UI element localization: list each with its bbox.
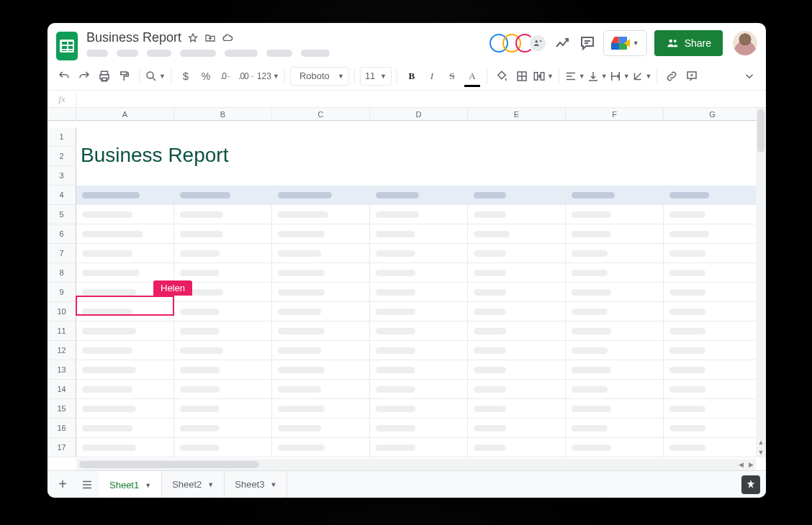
percent-button[interactable]: % [197, 67, 215, 86]
cell[interactable] [174, 302, 272, 321]
cell[interactable] [468, 244, 566, 263]
cell[interactable] [76, 399, 174, 419]
cell[interactable] [76, 341, 174, 360]
cell[interactable] [664, 283, 762, 302]
insert-comment-button[interactable] [682, 67, 701, 86]
toolbar-more-icon[interactable] [740, 67, 759, 86]
row-header[interactable]: 11 [48, 321, 76, 341]
cell[interactable] [468, 283, 566, 302]
meet-button[interactable]: ▼ [603, 30, 647, 56]
cell[interactable] [566, 263, 664, 283]
cell[interactable] [664, 224, 762, 244]
text-rotation-button[interactable]: ▼ [631, 67, 652, 86]
cell[interactable] [174, 263, 272, 283]
cell[interactable] [272, 302, 370, 321]
row-header[interactable]: 4 [48, 186, 76, 205]
redo-button[interactable] [75, 67, 94, 86]
cell[interactable] [664, 147, 762, 166]
undo-button[interactable] [55, 67, 73, 86]
row-header[interactable]: 16 [48, 419, 76, 438]
cell[interactable] [370, 321, 468, 341]
cell[interactable] [566, 224, 664, 244]
cell[interactable] [664, 263, 762, 283]
print-button[interactable] [95, 67, 114, 86]
vertical-align-button[interactable]: ▼ [587, 67, 608, 86]
cell[interactable] [174, 244, 272, 263]
cell[interactable] [468, 147, 566, 166]
chevron-down-icon[interactable]: ▼ [270, 481, 276, 488]
cell[interactable] [174, 360, 272, 380]
cell[interactable] [272, 283, 370, 302]
cell[interactable] [76, 380, 174, 399]
cell[interactable] [566, 360, 664, 380]
move-folder-icon[interactable] [204, 32, 216, 44]
cell[interactable] [370, 186, 468, 205]
cell[interactable] [664, 244, 762, 263]
column-header[interactable]: G [664, 108, 762, 121]
cell[interactable] [664, 341, 762, 360]
number-format-dropdown[interactable]: 123▼ [257, 67, 279, 86]
cell[interactable] [664, 399, 762, 419]
cell[interactable] [566, 380, 664, 399]
collaborator-avatars[interactable] [490, 34, 547, 52]
row-header[interactable]: 9 [48, 283, 76, 302]
cell[interactable] [272, 399, 370, 419]
cell[interactable] [272, 380, 370, 399]
activity-trend-icon[interactable] [554, 35, 572, 52]
cell[interactable] [370, 380, 468, 399]
cell[interactable] [76, 438, 174, 457]
cell[interactable] [468, 263, 566, 283]
text-wrap-button[interactable]: ▼ [609, 67, 630, 86]
decrease-decimal-button[interactable]: .0← [217, 67, 235, 86]
paint-format-button[interactable] [115, 67, 134, 86]
column-header[interactable]: F [566, 108, 664, 121]
zoom-dropdown[interactable]: ▼ [145, 67, 166, 86]
cell[interactable] [370, 419, 468, 438]
document-title[interactable]: Business Report [86, 30, 181, 45]
cell[interactable] [468, 127, 566, 147]
row-header[interactable]: 10 [48, 302, 76, 321]
cell[interactable] [76, 360, 174, 380]
cell[interactable] [272, 321, 370, 341]
cell[interactable] [76, 263, 174, 283]
comments-icon[interactable] [579, 35, 596, 52]
chevron-down-icon[interactable]: ▼ [145, 482, 151, 489]
row-header[interactable]: 12 [48, 341, 76, 360]
cell[interactable] [664, 205, 762, 224]
row-header[interactable]: 7 [48, 244, 76, 263]
column-header[interactable]: B [174, 108, 272, 121]
text-color-button[interactable]: A [463, 67, 482, 86]
cell[interactable] [664, 186, 762, 205]
merge-cells-button[interactable]: ▼ [533, 67, 554, 86]
menu-bar[interactable] [86, 50, 481, 60]
cell[interactable] [272, 438, 370, 457]
cell[interactable] [272, 341, 370, 360]
cell[interactable] [174, 380, 272, 399]
cell[interactable] [566, 127, 664, 147]
row-header[interactable]: 8 [48, 263, 76, 283]
cell[interactable] [468, 205, 566, 224]
column-header[interactable]: D [370, 108, 468, 121]
cell[interactable] [566, 399, 664, 419]
chevron-down-icon[interactable]: ▼ [207, 481, 214, 488]
font-family-dropdown[interactable]: Roboto▼ [290, 67, 349, 86]
sheet-tab[interactable]: Sheet2▼ [162, 471, 225, 498]
formula-input[interactable] [77, 91, 766, 107]
cell[interactable] [76, 321, 174, 341]
cell[interactable] [664, 302, 762, 321]
account-avatar[interactable] [733, 31, 757, 55]
star-icon[interactable] [187, 32, 199, 44]
cell[interactable] [272, 244, 370, 263]
cell[interactable] [566, 283, 664, 302]
cell[interactable] [566, 419, 664, 438]
cell[interactable] [272, 360, 370, 380]
font-size-dropdown[interactable]: 11▼ [360, 67, 392, 86]
cell[interactable] [468, 341, 566, 360]
cell[interactable] [664, 166, 762, 186]
sheet-tab[interactable]: Sheet1▼ [99, 471, 162, 498]
cell[interactable] [468, 419, 566, 438]
cell[interactable] [468, 380, 566, 399]
cell[interactable] [664, 438, 762, 457]
cell[interactable] [76, 186, 174, 205]
column-header[interactable]: C [272, 108, 370, 121]
